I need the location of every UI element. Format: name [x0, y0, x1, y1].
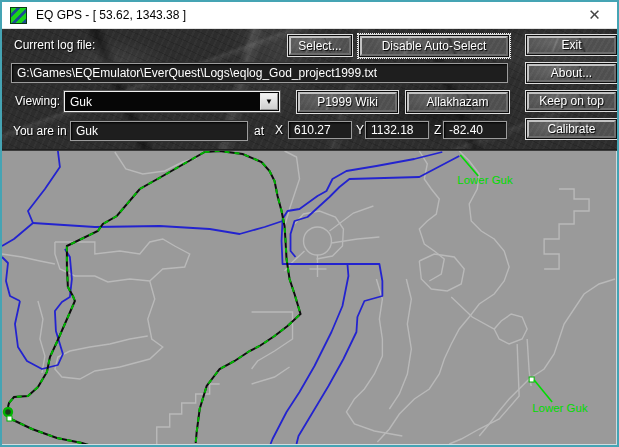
x-coordinate-field[interactable]: [288, 121, 352, 139]
disable-auto-select-button[interactable]: Disable Auto-Select: [360, 36, 508, 56]
y-label: Y: [356, 123, 364, 137]
calibrate-button[interactable]: Calibrate: [527, 120, 616, 138]
z-label: Z: [434, 123, 441, 137]
map-background: [2, 151, 616, 444]
close-button[interactable]: ✕: [572, 2, 617, 29]
y-coordinate-field[interactable]: [365, 121, 429, 139]
current-log-label: Current log file:: [14, 38, 95, 52]
keep-on-top-button[interactable]: Keep on top: [527, 92, 616, 110]
chevron-down-icon[interactable]: ▼: [260, 93, 278, 110]
zone-marker: [7, 416, 12, 421]
player-marker: [4, 408, 12, 416]
zone-field[interactable]: [70, 121, 248, 141]
at-label: at: [254, 124, 264, 138]
z-coordinate-field[interactable]: [443, 121, 507, 139]
zone-marker: [529, 377, 534, 382]
map-svg[interactable]: Lower GukLower Guk: [2, 151, 616, 444]
select-button[interactable]: Select...: [289, 36, 351, 55]
exit-button[interactable]: Exit: [527, 36, 616, 54]
eq-gps-window: EQ GPS - [ 53.62, 1343.38 ] ✕ Current lo…: [0, 0, 619, 447]
viewing-value: Guk: [65, 95, 259, 109]
you-are-in-label: You are in: [13, 124, 67, 138]
app-icon: [10, 7, 27, 24]
log-path-field[interactable]: [11, 63, 508, 83]
toolbar: Current log file: Select... Disable Auto…: [2, 29, 617, 150]
window-title: EQ GPS - [ 53.62, 1343.38 ]: [36, 8, 186, 22]
x-label: X: [275, 123, 283, 137]
title-bar: EQ GPS - [ 53.62, 1343.38 ] ✕: [2, 2, 617, 29]
allakhazam-button[interactable]: Allakhazam: [407, 92, 508, 112]
viewing-label: Viewing:: [15, 94, 60, 108]
about-button[interactable]: About...: [527, 64, 616, 82]
viewing-combobox[interactable]: Guk ▼: [64, 91, 280, 112]
map-zone-label: Lower Guk: [532, 402, 588, 414]
map-zone-label: Lower Guk: [457, 174, 513, 186]
p1999-wiki-button[interactable]: P1999 Wiki: [298, 92, 397, 112]
map-panel: Lower GukLower Guk: [2, 151, 617, 445]
